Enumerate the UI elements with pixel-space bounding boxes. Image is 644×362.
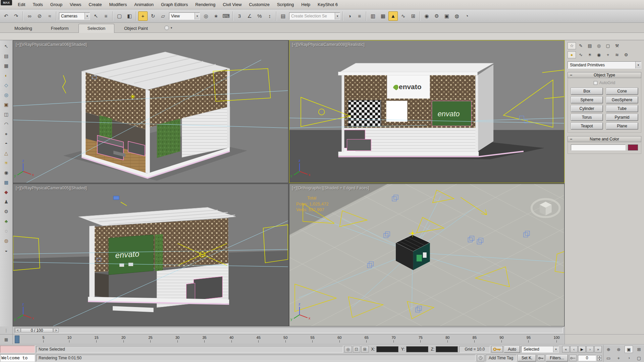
zoom-icon[interactable]: ⊕ — [604, 346, 613, 353]
angle-snap-icon[interactable]: ∠ — [245, 11, 254, 21]
menu-tools[interactable]: Tools — [29, 0, 46, 9]
droplet-icon[interactable]: ◆ — [2, 188, 10, 196]
menu-views[interactable]: Views — [66, 0, 85, 9]
viewport-label[interactable]: [+][VRayPhysicalCamera006][Shaded] — [16, 42, 87, 47]
redo-icon[interactable]: ↷ — [11, 11, 21, 21]
layers-icon[interactable]: ▤ — [2, 52, 10, 60]
tiles-icon[interactable]: ▩ — [2, 178, 10, 186]
material-editor-icon[interactable]: ◉ — [422, 11, 431, 21]
menu-customize[interactable]: Customize — [245, 0, 273, 9]
grid-icon[interactable]: ▦ — [2, 62, 10, 70]
figure-icon[interactable]: ♟ — [2, 198, 10, 206]
selection-filter-dropdown[interactable]: Cameras▾ — [59, 12, 90, 20]
pan-icon[interactable]: + — [614, 354, 623, 362]
next-frame-arrow[interactable]: > — [53, 328, 59, 333]
menu-create[interactable]: Create — [85, 0, 105, 9]
render-production-icon[interactable]: ◍ — [452, 11, 462, 21]
menu-modifiers[interactable]: Modifiers — [105, 0, 130, 9]
spinner-down-icon[interactable]: ▼ — [597, 358, 602, 361]
object-color-swatch[interactable] — [628, 144, 638, 150]
go-to-start-button[interactable]: « — [562, 346, 570, 353]
spinner-up-icon[interactable]: ▲ — [597, 355, 602, 358]
create-tube-button[interactable]: Tube — [606, 105, 638, 112]
create-pyramid-button[interactable]: Pyramid — [606, 114, 638, 121]
sphere-icon[interactable]: ● — [2, 130, 10, 138]
cameras-category-icon[interactable]: ◉ — [595, 51, 603, 58]
window-crossing-toggle-icon[interactable]: ◧ — [125, 11, 134, 21]
create-teapot-button[interactable]: Teapot — [571, 123, 603, 129]
menu-civil-view[interactable]: Civil View — [219, 0, 245, 9]
select-object-icon[interactable]: ↖ — [91, 11, 101, 21]
undo-icon[interactable]: ↶ — [1, 11, 11, 21]
shapes-category-icon[interactable]: ∿ — [577, 51, 585, 58]
select-and-move-icon[interactable]: + — [138, 11, 148, 21]
motion-tab-icon[interactable]: ◎ — [595, 42, 603, 49]
key-filters-icon[interactable] — [537, 355, 545, 361]
globe-icon[interactable]: ◎ — [2, 91, 10, 99]
previous-frame-button[interactable]: ‹ — [570, 346, 578, 353]
auto-key-button[interactable]: Auto — [504, 346, 520, 353]
curve-editor-icon[interactable]: ∿ — [398, 11, 408, 21]
utilities-tab-icon[interactable]: ⚒ — [613, 42, 621, 49]
spacewarps-category-icon[interactable]: ≋ — [613, 51, 621, 58]
tab-freeform[interactable]: Freeform — [42, 24, 78, 33]
tab-modeling[interactable]: Modeling — [5, 24, 41, 33]
create-tab-icon[interactable]: ☆ — [568, 42, 576, 49]
lamp-icon[interactable]: ◐ — [2, 71, 10, 79]
primitives-dropdown[interactable]: Standard Primitives ▾ — [568, 61, 641, 69]
rendered-frame-window-icon[interactable]: ▣ — [442, 11, 451, 21]
window-icon[interactable]: ◫ — [2, 110, 10, 118]
zoom-all-icon[interactable]: ⊛ — [614, 346, 623, 353]
next-frame-button[interactable]: › — [586, 346, 594, 353]
toggle-ribbon-icon[interactable]: ▲ — [388, 11, 398, 21]
use-pivot-point-center-icon[interactable]: ◎ — [201, 11, 211, 21]
snaps-toggle-icon[interactable]: 3 — [235, 11, 244, 21]
z-coordinate-field[interactable] — [436, 346, 458, 352]
swirl-icon[interactable]: ◌ — [2, 227, 10, 235]
current-frame-field[interactable]: 0 — [578, 355, 596, 361]
timeline-menu-icon[interactable]: ⋮ — [0, 326, 13, 334]
ribbon-display-toggle-icon[interactable] — [164, 25, 169, 30]
select-and-rotate-icon[interactable]: ↻ — [148, 11, 158, 21]
go-to-end-button[interactable]: » — [594, 346, 602, 353]
menu-group[interactable]: Group — [47, 0, 66, 9]
create-geosphere-button[interactable]: GeoSphere — [606, 97, 638, 103]
target-icon[interactable]: ◉ — [2, 169, 10, 177]
maxscript-mini-listener[interactable]: Welcome to — [0, 354, 35, 362]
key-selection-dropdown[interactable]: Selected ▾ — [521, 346, 559, 353]
geometry-category-icon[interactable]: ● — [568, 51, 576, 58]
viewport-top-left[interactable]: z x y [+][VRayPhysicalCamera006][Shaded] — [13, 40, 288, 183]
select-tool-icon[interactable]: ↖ — [2, 42, 10, 50]
menu-scripting[interactable]: Scripting — [273, 0, 298, 9]
rectangular-selection-region-icon[interactable]: ▢ — [115, 11, 124, 21]
mirror-icon[interactable]: ◑ — [345, 11, 354, 21]
select-and-manipulate-icon[interactable]: ∗ — [211, 11, 221, 21]
time-slider[interactable]: < 0 / 100 > — [14, 327, 563, 333]
create-box-button[interactable]: Box — [571, 88, 603, 95]
current-frame-marker[interactable] — [15, 336, 19, 343]
lights-category-icon[interactable]: ☀ — [586, 51, 594, 58]
render-iterative-icon[interactable]: ◔ — [462, 11, 472, 21]
viewport-label[interactable]: [+][Orthographic][Shaded + Edged Faces] — [292, 186, 369, 190]
shell-icon[interactable]: ◍ — [2, 237, 10, 245]
viewport-label[interactable]: [+][VRayPhysicalCamera005][Shaded] — [16, 186, 87, 190]
align-icon[interactable]: ≡ — [355, 11, 364, 21]
object-name-field[interactable] — [571, 144, 626, 150]
viewport-bottom-left[interactable]: envato — [13, 184, 288, 326]
macro-recorder-strip[interactable] — [0, 346, 35, 353]
percent-snap-icon[interactable]: % — [255, 11, 264, 21]
key-mode-toggle[interactable] — [569, 355, 577, 361]
schematic-view-icon[interactable]: ⊞ — [409, 11, 418, 21]
render-setup-icon[interactable]: ⚙ — [432, 11, 441, 21]
stone-icon[interactable]: ◒ — [2, 246, 10, 254]
x-coordinate-field[interactable] — [376, 346, 398, 352]
hierarchy-tab-icon[interactable]: ▤ — [586, 42, 594, 49]
orbit-icon[interactable]: ◔ — [625, 354, 633, 362]
maximize-viewport-icon[interactable]: ▢ — [635, 354, 643, 362]
menu-rendering[interactable]: Rendering — [192, 0, 219, 9]
set-keys-button[interactable] — [491, 346, 503, 353]
pyramid-icon[interactable]: △ — [2, 149, 10, 157]
object-type-rollout-header[interactable]: − Object Type — [568, 72, 641, 78]
bind-to-space-warp-icon[interactable]: ≈ — [45, 11, 54, 21]
frame-spinner[interactable]: ▲ ▼ — [597, 355, 602, 361]
